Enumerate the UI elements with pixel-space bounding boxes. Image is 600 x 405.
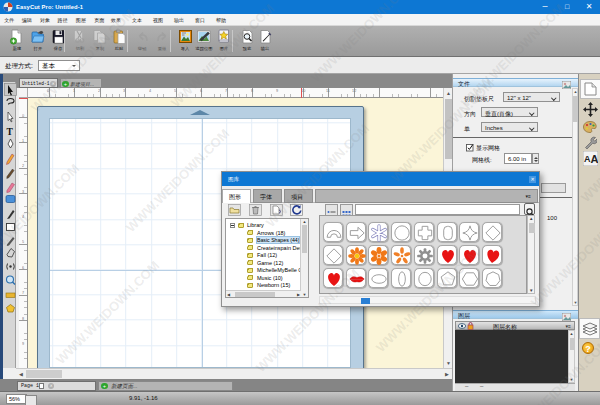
svg-text:T: T [6,127,13,137]
svg-text:A: A [591,153,599,165]
